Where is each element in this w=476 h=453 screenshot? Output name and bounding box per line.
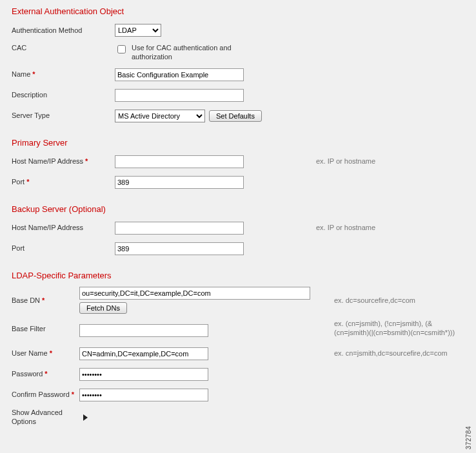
label-primary-port: Port [12, 177, 25, 186]
row-primary-host: Host Name/IP Address * ex. IP or hostnam… [12, 154, 451, 169]
confirm-password-field[interactable] [79, 389, 208, 401]
row-backup-port: Port [12, 241, 451, 256]
cac-checkbox-label: Use for CAC authentication and authoriza… [132, 43, 244, 62]
base-dn-field[interactable] [79, 287, 310, 300]
primary-port-field[interactable] [115, 176, 244, 189]
name-field[interactable] [115, 68, 244, 81]
row-primary-port: Port * [12, 175, 451, 190]
base-filter-field[interactable] [79, 324, 208, 337]
row-base-dn: Base DN * Fetch DNs ex. dc=sourcefire,dc… [12, 287, 451, 314]
row-confirm-password: Confirm Password * [12, 387, 451, 403]
description-field[interactable] [115, 89, 244, 102]
row-auth-method: Authentication Method LDAP [12, 23, 451, 38]
section-header-backup: Backup Server (Optional) [12, 204, 451, 214]
user-name-field[interactable] [79, 347, 208, 360]
row-password: Password * [12, 367, 451, 382]
label-primary-host: Host Name/IP Address [12, 157, 83, 166]
row-user-name: User Name * ex. cn=jsmith,dc=sourcefire,… [12, 346, 451, 361]
hint-base-filter: ex. (cn=jsmith), (!cn=jsmith), (&(cn=jsm… [334, 319, 463, 338]
required-icon: * [50, 349, 52, 358]
label-auth-method: Authentication Method [12, 26, 115, 35]
fetch-dns-button[interactable]: Fetch DNs [79, 302, 127, 314]
label-advanced-options: Show Advanced Options [12, 408, 79, 427]
label-server-type: Server Type [12, 111, 115, 120]
label-backup-host: Host Name/IP Address [12, 223, 115, 232]
image-id: 372784 [465, 426, 472, 449]
primary-host-field[interactable] [115, 155, 244, 168]
required-icon: * [32, 70, 35, 79]
label-password: Password [12, 369, 43, 378]
hint-primary-host: ex. IP or hostname [316, 157, 451, 166]
required-icon: * [42, 296, 45, 305]
row-cac: CAC Use for CAC authentication and autho… [12, 43, 451, 62]
row-name: Name * [12, 67, 451, 82]
label-cac: CAC [12, 43, 115, 52]
backup-port-field[interactable] [115, 242, 244, 255]
row-advanced-options[interactable]: Show Advanced Options [12, 408, 451, 427]
label-backup-port: Port [12, 244, 115, 253]
set-defaults-button[interactable]: Set Defaults [209, 110, 262, 122]
external-auth-form: External Authentication Object Authentic… [0, 0, 463, 438]
hint-backup-host: ex. IP or hostname [316, 223, 451, 232]
password-field[interactable] [79, 368, 208, 381]
expand-icon[interactable] [83, 414, 88, 421]
label-base-filter: Base Filter [12, 319, 79, 333]
label-confirm-password: Confirm Password [12, 390, 70, 399]
label-base-dn: Base DN [12, 296, 40, 305]
row-backup-host: Host Name/IP Address ex. IP or hostname [12, 220, 451, 236]
section-header-ldap: LDAP-Specific Parameters [12, 271, 451, 280]
hint-base-dn: ex. dc=sourcefire,dc=com [334, 296, 463, 305]
label-description: Description [12, 90, 115, 99]
label-name: Name [12, 70, 30, 79]
auth-method-select[interactable]: LDAP [115, 24, 161, 37]
row-base-filter: Base Filter ex. (cn=jsmith), (!cn=jsmith… [12, 319, 451, 337]
cac-checkbox[interactable] [117, 45, 126, 53]
required-icon: * [26, 177, 29, 186]
server-type-select[interactable]: MS Active Directory [115, 110, 205, 122]
section-header-ext-auth: External Authentication Object [12, 6, 451, 16]
required-icon: * [85, 157, 88, 166]
row-server-type: Server Type MS Active Directory Set Defa… [12, 108, 451, 124]
label-user-name: User Name [12, 349, 48, 358]
section-header-primary: Primary Server [12, 138, 451, 148]
required-icon: * [72, 390, 74, 399]
hint-user-name: ex. cn=jsmith,dc=sourcefire,dc=com [334, 349, 463, 358]
row-description: Description [12, 88, 451, 103]
backup-host-field[interactable] [115, 222, 244, 235]
required-icon: * [45, 369, 47, 378]
